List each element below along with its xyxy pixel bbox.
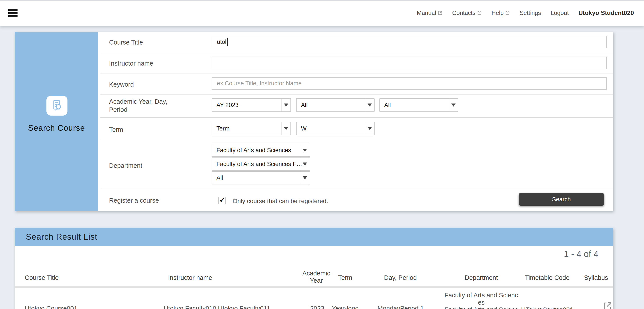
search-course-icon [46,96,68,116]
cell-timetable-code: UTokyoCourse001 [521,306,574,309]
academic-label-line1: Academic Year, Day, [109,98,167,106]
row-divider [100,189,613,189]
term-type-select[interactable]: Term [212,122,291,135]
cell-department: Faculty of Arts and Scienc es Faculty of… [444,292,518,309]
col-header-department: Department [464,274,498,281]
instructor-name-input[interactable] [212,57,607,69]
nav-logout[interactable]: Logout [551,10,569,17]
term-value-select-value: W [301,125,306,132]
period-select-value: All [384,102,391,109]
cell-course-title[interactable]: Utokyo Course001 [25,305,77,309]
col-header-day-period: Day, Period [384,274,417,281]
nav-help[interactable]: Help [492,10,510,17]
period-select[interactable]: All [380,98,458,112]
search-result-panel: Search Result List 1 - 4 of 4 Course Tit… [15,228,613,309]
row-divider [100,53,613,53]
academic-label-line2: Period [109,106,167,114]
syllabus-external-link-icon[interactable] [602,301,613,309]
academic-year-day-period-label: Academic Year, Day, Period [109,98,167,114]
search-result-title: Search Result List [26,228,97,246]
external-link-icon [438,11,442,15]
keyword-label: Keyword [109,81,134,89]
col-header-timetable-code: Timetable Code [525,274,570,281]
cell-term: Year-long [332,305,358,309]
cell-instructor: Utokyo Faculty010,Utokyo Faculty011 [164,305,270,309]
external-link-icon [505,11,510,15]
row-divider [100,140,613,140]
nav-logout-label: Logout [551,10,569,17]
register-a-course-label: Register a course [109,196,159,205]
hamburger-menu-icon[interactable] [8,9,18,17]
header-nav: Manual Contacts Help Settings [417,0,634,26]
department-faculty-select[interactable]: Faculty of Arts and Sciences [212,144,310,157]
text-cursor [227,38,228,46]
chevron-down-icon [281,122,290,135]
nav-contacts[interactable]: Contacts [452,10,482,17]
col-header-course-title: Course Title [25,274,59,281]
chevron-down-icon [365,122,374,135]
academic-year-select-value: AY 2023 [216,102,238,109]
department-label: Department [109,162,142,170]
nav-settings-label: Settings [520,10,541,17]
nav-manual-label: Manual [417,10,436,17]
search-result-banner: Search Result List [15,228,613,246]
day-select-value: All [301,102,308,109]
instructor-name-label: Instructor name [109,60,153,68]
col-header-academic-year: Academic Year [302,270,330,284]
chevron-down-icon [448,99,458,111]
search-button[interactable]: Search [519,193,604,206]
search-course-title: Search Course [15,123,98,133]
col-header-term: Term [338,274,352,281]
row-divider [100,94,613,95]
term-label: Term [109,126,123,134]
app-header: Manual Contacts Help Settings [0,0,644,26]
chevron-down-icon [365,99,374,111]
course-title-label: Course Title [109,38,143,47]
department-line: Faculty of Arts and Scienc [444,306,518,309]
row-divider [100,73,613,74]
term-value-select[interactable]: W [296,122,374,135]
col-header-academic-line1: Academic [302,270,330,277]
department-sub-select-value: Faculty of Arts and Sciences F… [216,161,302,168]
external-link-icon [477,11,482,15]
day-select[interactable]: All [296,98,374,112]
department-line: es [444,299,518,306]
department-line: Faculty of Arts and Scienc [444,292,518,299]
term-type-select-value: Term [216,125,230,132]
user-name: Utokyo Student020 [578,10,634,17]
col-header-academic-line2: Year [302,277,330,284]
search-course-sidebar: Search Course [15,32,98,211]
cell-day-period: MondayPeriod 1 [378,305,424,309]
department-faculty-select-value: Faculty of Arts and Sciences [216,147,291,154]
chevron-down-icon [300,172,310,184]
registerable-only-label: Only course that can be registered. [233,198,328,205]
col-header-instructor: Instructor name [168,274,212,281]
result-range-text: 1 - 4 of 4 [564,249,598,259]
nav-settings[interactable]: Settings [520,10,541,17]
nav-contacts-label: Contacts [452,10,476,17]
chevron-down-icon [300,144,310,156]
chevron-down-icon [300,158,310,170]
chevron-down-icon [281,99,290,111]
search-course-panel: Search Course Course Title Instructor na… [15,32,613,211]
row-divider [100,117,613,118]
course-title-input[interactable] [212,36,607,48]
nav-manual[interactable]: Manual [417,10,443,17]
keyword-input[interactable] [212,77,607,90]
registerable-only-checkbox[interactable]: ✓ [218,197,226,204]
nav-help-label: Help [492,10,504,17]
department-course-select[interactable]: All [212,171,310,184]
department-course-select-value: All [216,175,223,181]
col-header-syllabus: Syllabus [584,274,608,281]
table-header-divider [15,286,613,288]
cell-academic-year: 2023 [310,305,324,309]
academic-year-select[interactable]: AY 2023 [212,98,291,112]
department-sub-select[interactable]: Faculty of Arts and Sciences F… [212,157,310,171]
window-top-border [0,0,644,1]
checkmark-icon: ✓ [219,195,226,204]
